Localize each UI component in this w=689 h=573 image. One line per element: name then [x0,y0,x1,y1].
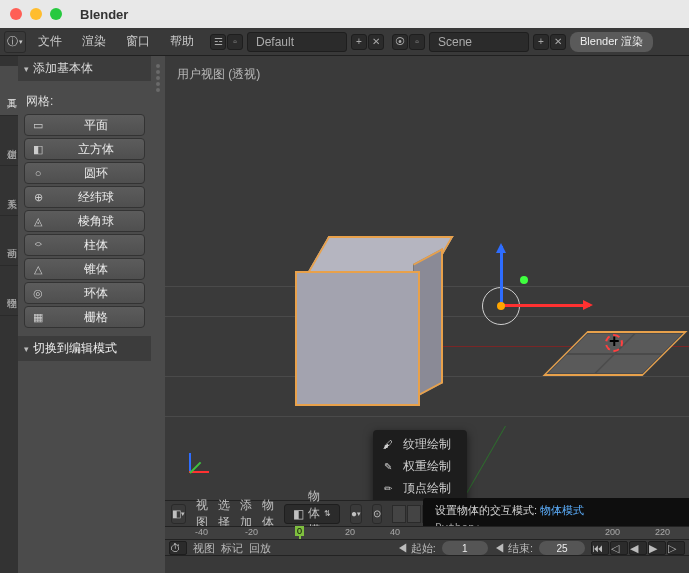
section-mesh-label: 网格: [26,93,145,110]
status-bar [165,555,689,573]
end-frame-field[interactable]: 25 [539,541,585,555]
close-icon[interactable] [10,8,22,20]
play-reverse-icon[interactable]: ◀ [629,541,647,555]
layout-add-icon[interactable]: + [351,34,367,50]
cube-object[interactable] [295,216,495,416]
shading-selector[interactable]: ●▾ [350,504,362,524]
tool-sidebar: 工具 创建 关系 动画 物理 添加基本体 网格: ▭平面 ◧立方体 ○圆环 ⊕经… [0,56,165,573]
mode-selector[interactable]: ◧ 物体模 ⇅ [284,504,340,524]
3d-viewport[interactable]: 用户视图 (透视) [165,56,689,573]
render-engine-selector[interactable]: Blender 渲染 [570,32,653,52]
panel-switch-editmode[interactable]: 切换到编辑模式 [18,336,151,361]
3d-cursor [605,334,625,354]
layout-remove-icon[interactable]: ✕ [368,34,384,50]
weight-icon: ✎ [381,459,395,473]
tl-menu-playback[interactable]: 回放 [249,541,271,556]
minimize-icon[interactable] [30,8,42,20]
uvsphere-icon: ⊕ [31,190,45,204]
vertex-icon: ✏ [381,481,395,495]
scene-link-icon[interactable]: ▫ [409,34,425,50]
maximize-icon[interactable] [50,8,62,20]
cylinder-icon: ⌔ [31,238,45,252]
window-titlebar: Blender [0,0,689,28]
tl-menu-marker[interactable]: 标记 [221,541,243,556]
ctx-texture-paint[interactable]: 🖌纹理绘制 [373,433,467,455]
scene-selector[interactable]: Scene [429,32,529,52]
scene-add-icon[interactable]: + [533,34,549,50]
mesh-uvsphere[interactable]: ⊕经纬球 [24,186,145,208]
play-icon[interactable]: ▶ [648,541,666,555]
top-menubar: ⓘ▾ 文件 渲染 窗口 帮助 ☲ ▫ Default + ✕ ⦿ ▫ Scene… [0,28,689,56]
panel-add-primitive[interactable]: 添加基本体 [18,56,151,81]
info-icon[interactable]: ⓘ▾ [4,31,26,53]
tab-relations[interactable]: 关系 [0,166,18,216]
start-frame-label: ◀ 起始: [397,541,436,556]
ctx-weight-paint[interactable]: ✎权重绘制 [373,455,467,477]
layout-selector[interactable]: Default [247,32,347,52]
mini-axis-indicator [189,443,219,473]
start-frame-field[interactable]: 1 [442,541,488,555]
jump-start-icon[interactable]: ⏮ [591,541,609,555]
app-title: Blender [80,7,128,22]
mesh-torus[interactable]: ◎环体 [24,282,145,304]
gizmo-x-axis[interactable] [500,304,590,307]
tab-animation[interactable]: 动画 [0,216,18,266]
menu-window[interactable]: 窗口 [118,33,158,50]
icosphere-icon: ◬ [31,214,45,228]
tab-physics[interactable]: 物理 [0,266,18,316]
layout-next-icon[interactable]: ▫ [227,34,243,50]
editor-type-icon[interactable]: ◧▾ [171,504,186,524]
sidebar-resize-grip[interactable] [151,56,165,573]
viewport-label: 用户视图 (透视) [177,66,260,83]
keyframe-next-icon[interactable]: ▷ [667,541,685,555]
gizmo-z-axis[interactable] [500,246,503,306]
mesh-cube[interactable]: ◧立方体 [24,138,145,160]
scene-browse-icon[interactable]: ⦿ [392,34,408,50]
menu-file[interactable]: 文件 [30,33,70,50]
mesh-cone[interactable]: △锥体 [24,258,145,280]
timeline-ruler[interactable]: -40 -20 0 20 40 200 220 [165,527,689,540]
circle-icon: ○ [31,166,45,180]
menu-render[interactable]: 渲染 [74,33,114,50]
pivot-selector[interactable]: ⊙ [372,504,382,524]
gizmo-y-axis[interactable] [520,276,528,284]
cube-icon: ◧ [31,142,45,156]
keyframe-prev-icon[interactable]: ◁ [610,541,628,555]
mesh-icosphere[interactable]: ◬棱角球 [24,210,145,232]
grid-icon: ▦ [31,310,45,324]
plane-icon: ▭ [31,118,45,132]
mesh-cylinder[interactable]: ⌔柱体 [24,234,145,256]
ctx-vertex-paint[interactable]: ✏顶点绘制 [373,477,467,499]
brush-icon: 🖌 [381,437,395,451]
tl-menu-view[interactable]: 视图 [193,541,215,556]
tab-tools[interactable]: 工具 [0,66,18,116]
timeline-editor: -40 -20 0 20 40 200 220 ⏱ 视图 标记 回放 ◀ 起始:… [165,526,689,555]
mesh-plane[interactable]: ▭平面 [24,114,145,136]
menu-help[interactable]: 帮助 [162,33,202,50]
timeline-editor-icon[interactable]: ⏱ [169,541,187,555]
scene-remove-icon[interactable]: ✕ [550,34,566,50]
timeline-cursor[interactable] [299,527,301,539]
mesh-circle[interactable]: ○圆环 [24,162,145,184]
tab-create[interactable]: 创建 [0,116,18,166]
torus-icon: ◎ [31,286,45,300]
mesh-grid[interactable]: ▦栅格 [24,306,145,328]
end-frame-label: ◀ 结束: [494,541,533,556]
layout-prev-icon[interactable]: ☲ [210,34,226,50]
cone-icon: △ [31,262,45,276]
sidebar-tabs: 工具 创建 关系 动画 物理 [0,56,18,573]
